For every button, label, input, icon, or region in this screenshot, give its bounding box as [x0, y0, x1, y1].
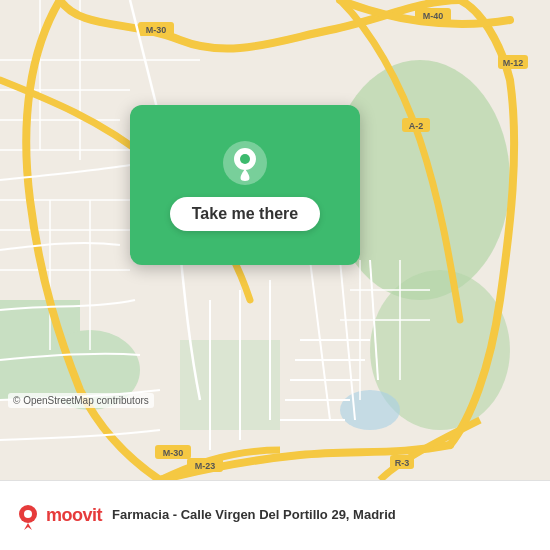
- bottom-bar: moovit Farmacia - Calle Virgen Del Porti…: [0, 480, 550, 550]
- moovit-brand-label: moovit: [46, 505, 102, 526]
- svg-text:M-23: M-23: [195, 461, 216, 471]
- svg-text:M-40: M-40: [423, 11, 444, 21]
- svg-text:R-3: R-3: [395, 458, 410, 468]
- location-card: Take me there: [130, 105, 360, 265]
- svg-text:M-30: M-30: [163, 448, 184, 458]
- take-me-there-button[interactable]: Take me there: [170, 197, 320, 231]
- copyright-text: © OpenStreetMap contributors: [8, 393, 154, 408]
- svg-point-54: [24, 510, 32, 518]
- svg-point-52: [240, 154, 250, 164]
- location-name-label: Farmacia - Calle Virgen Del Portillo 29,…: [112, 507, 536, 524]
- map-container: M-30 M-30 M-40 A-2 A-2 M-23 R-3 M-12: [0, 0, 550, 480]
- moovit-logo: moovit: [14, 502, 102, 530]
- svg-point-6: [340, 390, 400, 430]
- location-info: Farmacia - Calle Virgen Del Portillo 29,…: [112, 507, 536, 524]
- location-pin-icon: [221, 139, 269, 187]
- svg-text:M-30: M-30: [146, 25, 167, 35]
- moovit-pin-icon: [14, 502, 42, 530]
- svg-text:M-12: M-12: [503, 58, 524, 68]
- svg-rect-5: [180, 340, 280, 430]
- svg-text:A-2: A-2: [409, 121, 424, 131]
